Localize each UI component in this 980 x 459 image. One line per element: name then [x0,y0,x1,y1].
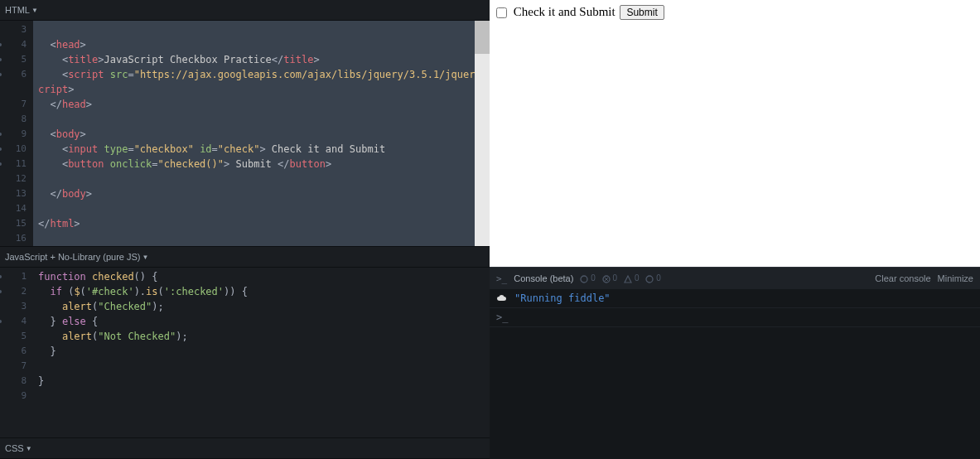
js-panel-label: JavaScript + No-Library (pure JS) [5,252,141,262]
clear-console-button[interactable]: Clear console [875,273,930,283]
error-count: 0 [602,273,617,283]
console-input-row[interactable]: >_ [490,308,980,327]
warn-count: 0 [624,273,639,283]
result-checkbox[interactable] [496,7,507,18]
result-checkbox-label: Check it and Submit [514,5,616,18]
js-editor[interactable]: 123456789 function checked() { if ($('#c… [0,268,490,437]
svg-marker-4 [625,276,631,283]
html-line-gutter: 3456 78910111213141516 [0,21,33,246]
html-code-area[interactable]: <head> <title>JavaScript Checkbox Practi… [33,21,475,246]
console-input-prompt: >_ [496,312,508,323]
right-column: Check it and Submit Submit >_ Console (b… [490,0,980,459]
left-column: HTML ▼ 3456 78910111213141516 <head> <ti… [0,0,490,459]
html-panel-label: HTML [5,5,30,15]
css-panel-header[interactable]: CSS ▼ [0,438,490,459]
console-title: Console (beta) [514,273,573,283]
js-panel-header[interactable]: JavaScript + No-Library (pure JS) ▼ [0,247,490,268]
scrollbar-track[interactable] [475,21,490,246]
minimize-console-button[interactable]: Minimize [938,273,973,283]
svg-point-5 [646,276,653,283]
console-message-text: "Running fiddle" [514,292,611,304]
js-code-area[interactable]: function checked() { if ($('#check').is(… [33,268,490,437]
console-body: "Running fiddle" >_ [490,289,980,459]
console-message-row: "Running fiddle" [490,289,980,308]
submit-button[interactable]: Submit [620,5,664,20]
log-count: 0 [645,273,660,283]
console-counts: 0 0 0 0 [580,273,660,283]
js-panel: JavaScript + No-Library (pure JS) ▼ 1234… [0,246,490,437]
scrollbar-thumb[interactable] [475,21,490,54]
cloud-icon [496,293,508,303]
result-pane: Check it and Submit Submit [490,0,980,267]
chevron-down-icon: ▼ [31,7,38,14]
chevron-down-icon: ▼ [142,254,149,261]
html-editor[interactable]: 3456 78910111213141516 <head> <title>Jav… [0,21,490,246]
console-prompt-icon: >_ [496,273,507,284]
js-line-gutter: 123456789 [0,268,33,437]
css-panel: CSS ▼ [0,437,490,459]
info-count: 0 [580,273,595,283]
svg-point-0 [581,276,587,283]
html-panel-header[interactable]: HTML ▼ [0,0,490,21]
console-pane: >_ Console (beta) 0 0 0 0 Clear console … [490,267,980,459]
html-panel: HTML ▼ 3456 78910111213141516 <head> <ti… [0,0,490,246]
css-panel-label: CSS [5,443,24,453]
chevron-down-icon: ▼ [26,445,32,452]
console-header: >_ Console (beta) 0 0 0 0 Clear console … [490,268,980,289]
